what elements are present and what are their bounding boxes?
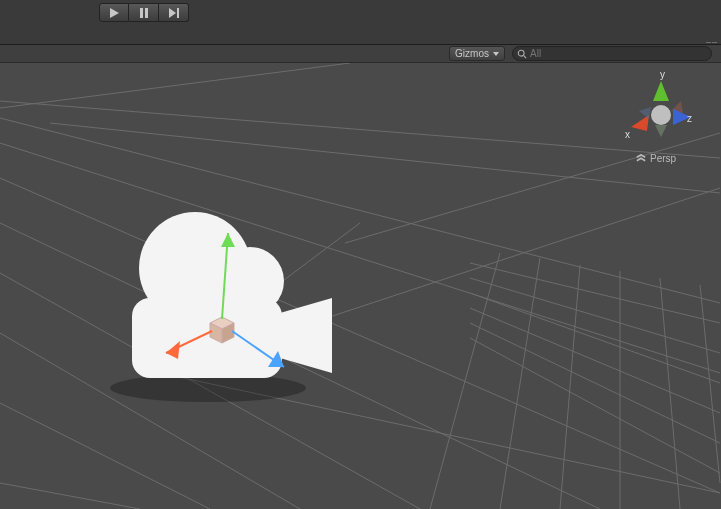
svg-marker-3 bbox=[169, 8, 176, 18]
gizmo-center-cube[interactable] bbox=[210, 317, 234, 343]
projection-toggle[interactable]: Persp bbox=[636, 153, 676, 164]
projection-label: Persp bbox=[650, 153, 676, 164]
svg-rect-4 bbox=[177, 8, 179, 18]
svg-rect-1 bbox=[140, 8, 143, 18]
svg-marker-38 bbox=[280, 298, 332, 373]
svg-marker-51 bbox=[631, 115, 649, 131]
pause-icon bbox=[138, 7, 150, 19]
svg-rect-2 bbox=[145, 8, 148, 18]
svg-rect-37 bbox=[132, 298, 282, 378]
svg-line-14 bbox=[0, 483, 140, 509]
svg-marker-50 bbox=[655, 125, 667, 137]
axis-label-x: x bbox=[625, 129, 630, 140]
svg-line-23 bbox=[470, 278, 720, 353]
svg-line-27 bbox=[470, 338, 720, 473]
scene-view[interactable]: y x z Persp bbox=[0, 63, 721, 509]
step-icon bbox=[168, 7, 180, 19]
scene-toolbar: Gizmos bbox=[0, 45, 721, 63]
pause-button[interactable] bbox=[129, 3, 159, 22]
scene-search[interactable] bbox=[512, 46, 712, 61]
search-icon bbox=[517, 49, 527, 59]
svg-line-30 bbox=[560, 265, 580, 509]
axis-label-y: y bbox=[660, 69, 665, 80]
svg-point-48 bbox=[651, 105, 671, 125]
svg-line-24 bbox=[470, 293, 720, 383]
scene-camera-object[interactable] bbox=[80, 173, 340, 433]
play-button[interactable] bbox=[99, 3, 129, 22]
camera-icon bbox=[132, 212, 332, 378]
svg-point-34 bbox=[110, 374, 306, 402]
svg-marker-54 bbox=[639, 107, 651, 119]
step-button[interactable] bbox=[159, 3, 189, 22]
playback-controls bbox=[99, 3, 189, 22]
perspective-icon bbox=[636, 154, 646, 164]
svg-line-6 bbox=[524, 55, 527, 58]
top-toolbar: –– bbox=[0, 0, 721, 45]
svg-line-26 bbox=[470, 323, 720, 443]
gizmos-label: Gizmos bbox=[455, 48, 489, 59]
svg-point-5 bbox=[518, 50, 524, 56]
svg-line-33 bbox=[700, 285, 720, 483]
gizmos-dropdown[interactable]: Gizmos bbox=[449, 46, 505, 61]
svg-line-15 bbox=[0, 63, 350, 108]
chevron-down-icon bbox=[493, 52, 499, 56]
svg-marker-0 bbox=[110, 8, 119, 18]
play-icon bbox=[108, 7, 120, 19]
scene-search-input[interactable] bbox=[530, 48, 707, 59]
orientation-gizmo[interactable]: y x z Persp bbox=[621, 71, 701, 171]
axis-label-z: z bbox=[687, 113, 692, 124]
svg-marker-49 bbox=[653, 81, 669, 101]
